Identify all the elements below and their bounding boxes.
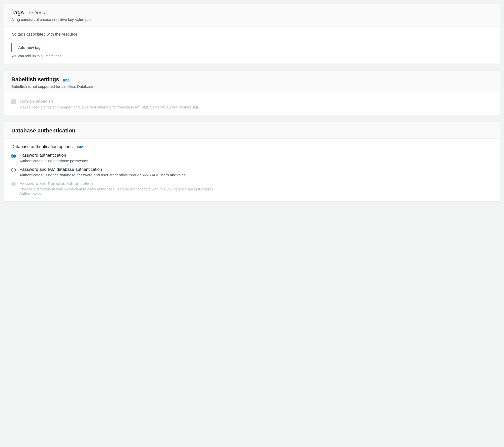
- tags-title: Tags - optional: [11, 9, 46, 16]
- babelfish-checkbox-desc: Makes possible faster, cheaper, and lowe…: [19, 105, 200, 109]
- auth-radio-password[interactable]: [11, 154, 16, 158]
- auth-header: Database authentication: [4, 122, 500, 139]
- auth-subsection-title: Database authentication options: [11, 144, 73, 149]
- babelfish-checkbox-label: Turn on Babelfish: [19, 99, 200, 104]
- babelfish-desc: Babelfish is not supported for Limitless…: [11, 84, 493, 89]
- babelfish-checkbox-row: Turn on Babelfish Makes possible faster,…: [11, 99, 493, 109]
- auth-subsection-row: Database authentication options Info: [11, 144, 493, 149]
- tags-empty-message: No tags associated with the resource.: [11, 32, 493, 37]
- tags-header: Tags - optional A tag consists of a case…: [4, 4, 500, 26]
- add-new-tag-button[interactable]: Add new tag: [11, 43, 47, 52]
- babelfish-checkbox: [11, 99, 16, 104]
- auth-option-kerberos-label: Password and Kerberos authentication: [19, 181, 226, 186]
- babelfish-title: Babelfish settings: [11, 76, 59, 82]
- tags-title-main: Tags -: [11, 9, 29, 16]
- babelfish-info-link[interactable]: Info: [63, 78, 70, 82]
- auth-info-link[interactable]: Info: [77, 145, 83, 149]
- tags-hint: You can add up to 50 more tags.: [11, 54, 493, 58]
- auth-option-iam-label: Password and IAM database authentication: [19, 167, 186, 172]
- auth-option-password-label: Password authentication: [19, 153, 89, 158]
- auth-option-iam-desc: Authenticates using the database passwor…: [19, 173, 186, 177]
- auth-option-password-desc: Authenticates using database passwords.: [19, 159, 89, 163]
- tags-body: No tags associated with the resource. Ad…: [4, 26, 500, 64]
- babelfish-panel: Babelfish settings Info Babelfish is not…: [4, 71, 500, 115]
- babelfish-body: Turn on Babelfish Makes possible faster,…: [4, 93, 500, 115]
- auth-panel: Database authentication Database authent…: [4, 122, 500, 201]
- babelfish-header: Babelfish settings Info Babelfish is not…: [4, 71, 500, 93]
- auth-option-iam[interactable]: Password and IAM database authentication…: [11, 167, 493, 177]
- auth-option-kerberos: Password and Kerberos authentication Cho…: [11, 181, 493, 195]
- auth-option-password[interactable]: Password authentication Authenticates us…: [11, 153, 493, 163]
- auth-option-kerberos-desc: Choose a directory in which you want to …: [19, 187, 226, 195]
- tags-title-optional: optional: [29, 10, 46, 15]
- tags-desc: A tag consists of a case-sensitive key-v…: [11, 17, 493, 22]
- auth-radio-iam[interactable]: [11, 168, 16, 172]
- auth-radio-group: Password authentication Authenticates us…: [11, 153, 493, 195]
- auth-title: Database authentication: [11, 127, 75, 134]
- auth-body: Database authentication options Info Pas…: [4, 139, 500, 201]
- tags-panel: Tags - optional A tag consists of a case…: [4, 4, 500, 64]
- auth-radio-kerberos: [11, 182, 16, 186]
